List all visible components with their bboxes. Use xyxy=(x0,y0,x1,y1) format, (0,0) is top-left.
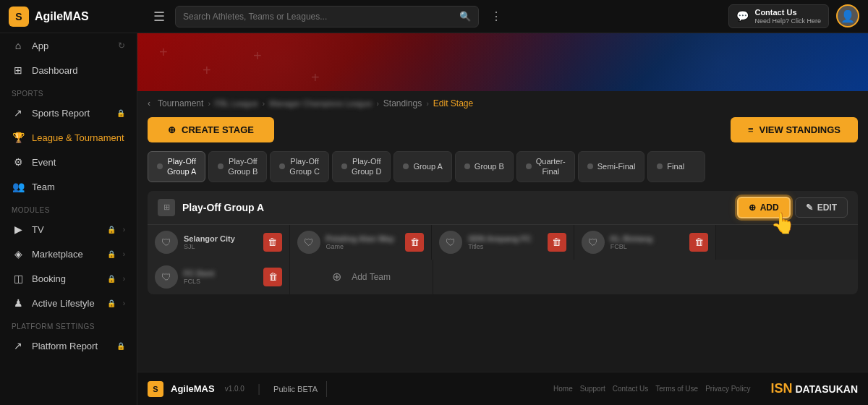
contact-button[interactable]: 💬 Contact Us Need Help? Click Here xyxy=(728,4,829,29)
add-team-icon: ⊕ xyxy=(332,270,341,284)
breadcrumb-tournament[interactable]: Tournament xyxy=(158,98,203,108)
tab-label: Play-OffGroup C xyxy=(289,156,320,177)
lock-icon: 🔒 xyxy=(116,109,125,117)
team-cell-1: 🛡 Selangor City SJL 🗑 xyxy=(148,225,289,260)
group-section-wrapper: ⊞ Play-Off Group A ⊕ ADD ✎ EDIT xyxy=(148,191,858,294)
group-section: ⊞ Play-Off Group A ⊕ ADD ✎ EDIT xyxy=(148,191,858,294)
contact-main: Contact Us xyxy=(754,8,821,17)
view-standings-label: VIEW STANDINGS xyxy=(760,124,841,135)
team-grid-row1: 🛡 Selangor City SJL 🗑 🛡 Petaling Alan xyxy=(148,225,858,260)
tab-playoff-group-c[interactable]: Play-OffGroup C xyxy=(270,151,329,182)
sidebar-item-app[interactable]: ⌂ App ↻ xyxy=(0,33,137,58)
team-name-5: FC Dent xyxy=(184,269,258,278)
team-avatar-4: 🛡 xyxy=(582,231,605,254)
footer-link-support[interactable]: Support xyxy=(580,385,605,393)
add-button[interactable]: ⊕ ADD xyxy=(737,197,791,218)
sidebar-item-team[interactable]: 👥 Team xyxy=(0,174,137,199)
footer-brand-datasukan: DATASUKAN xyxy=(795,383,858,395)
tab-label: Play-OffGroup A xyxy=(167,156,196,177)
breadcrumb-mcl[interactable]: Manager Champions League xyxy=(269,99,372,108)
view-standings-button[interactable]: ≡ VIEW STANDINGS xyxy=(731,117,858,142)
platform-icon: ↗ xyxy=(12,340,25,351)
sidebar-item-event[interactable]: ⚙ Event xyxy=(0,150,137,174)
sidebar-item-platform-report[interactable]: ↗ Platform Report 🔒 xyxy=(0,333,137,358)
arrow-icon-tv: › xyxy=(123,226,125,234)
avatar[interactable]: 👤 xyxy=(836,4,859,27)
delete-team-2[interactable]: 🗑 xyxy=(405,233,424,252)
team-name-4: KL Bintang xyxy=(610,234,684,243)
add-label: ADD xyxy=(760,202,779,213)
arrow-icon-marketplace: › xyxy=(123,250,125,258)
home-icon: ⌂ xyxy=(12,40,25,51)
lock-icon-booking: 🔒 xyxy=(107,275,116,283)
sidebar-label-platform: Platform Report xyxy=(32,341,109,351)
tab-playoff-group-d[interactable]: Play-OffGroup D xyxy=(332,151,391,182)
tab-playoff-group-a[interactable]: Play-OffGroup A xyxy=(148,151,205,182)
sidebar-item-tv[interactable]: ▶ TV 🔒 › xyxy=(0,217,137,242)
tab-dot xyxy=(279,163,285,169)
edit-button[interactable]: ✎ EDIT xyxy=(795,197,848,218)
breadcrumb-edit-stage[interactable]: Edit Stage xyxy=(433,98,473,108)
delete-team-5[interactable]: 🗑 xyxy=(263,268,282,286)
breadcrumb-back-icon[interactable]: ‹ xyxy=(148,98,150,108)
footer-pipe: | xyxy=(258,383,260,396)
sidebar-item-dashboard[interactable]: ⊞ Dashboard xyxy=(0,58,137,82)
marketplace-icon: ◈ xyxy=(12,248,25,260)
footer-link-home[interactable]: Home xyxy=(553,385,573,393)
search-input[interactable] xyxy=(183,12,454,22)
tab-playoff-group-b[interactable]: Play-OffGroup B xyxy=(208,151,267,182)
tab-group-b[interactable]: Group B xyxy=(455,151,514,182)
footer-link-privacy[interactable]: Privacy Policy xyxy=(705,385,750,393)
group-header: ⊞ Play-Off Group A ⊕ ADD ✎ EDIT xyxy=(148,191,858,225)
sidebar-item-booking[interactable]: ◫ Booking 🔒 › xyxy=(0,266,137,291)
create-stage-button[interactable]: ⊕ CREATE STAGE xyxy=(148,117,274,142)
tab-final[interactable]: Final xyxy=(647,151,705,182)
team-sub-5: FCLS xyxy=(184,278,258,285)
add-team-label: Add Team xyxy=(352,272,391,282)
breadcrumb-standings[interactable]: Standings xyxy=(383,98,422,108)
footer-logo: S AgileMAS v1.0.0 | Public BETA xyxy=(148,381,327,397)
hamburger-icon[interactable]: ☰ xyxy=(153,9,165,25)
lock-icon-marketplace: 🔒 xyxy=(107,250,116,258)
sidebar-item-league-tournament[interactable]: 🏆 League & Tournament xyxy=(0,125,137,150)
team-avatar-3: 🛡 xyxy=(439,231,462,254)
banner: + + + + xyxy=(137,33,868,91)
sidebar-item-active-lifestyle[interactable]: ♟ Active Lifestyle 🔒 › xyxy=(0,291,137,315)
footer-version: v1.0.0 xyxy=(225,385,244,393)
add-team-cell[interactable]: ⊕ Add Team xyxy=(290,260,432,294)
footer-brand-isn: ISN xyxy=(770,381,792,396)
footer-link-terms[interactable]: Terms of Use xyxy=(655,385,698,393)
team-cell-4: 🛡 KL Bintang FCBL 🗑 xyxy=(574,225,716,260)
footer-link-contact[interactable]: Contact Us xyxy=(613,385,648,393)
footer-beta-label: Public BETA xyxy=(273,385,318,393)
tab-dot xyxy=(526,163,532,169)
active-lifestyle-icon: ♟ xyxy=(12,297,25,309)
tab-group-a[interactable]: Group A xyxy=(393,151,451,182)
delete-team-4[interactable]: 🗑 xyxy=(689,233,708,252)
sidebar-label-league: League & Tournament xyxy=(32,132,125,143)
banner-deco1: + xyxy=(159,44,168,61)
delete-team-3[interactable]: 🗑 xyxy=(548,233,566,252)
tab-label: Play-OffGroup D xyxy=(352,156,382,177)
plus-icon: ⊕ xyxy=(168,124,176,135)
tab-quarter-final[interactable]: Quarter-Final xyxy=(516,151,575,182)
team-info-4: KL Bintang FCBL xyxy=(610,234,684,250)
search-icon[interactable]: 🔍 xyxy=(459,11,471,22)
sidebar-item-marketplace[interactable]: ◈ Marketplace 🔒 › xyxy=(0,242,137,266)
delete-team-1[interactable]: 🗑 xyxy=(263,233,282,252)
banner-deco3: + xyxy=(253,48,262,64)
sidebar-label-event: Event xyxy=(32,157,125,168)
create-stage-label: CREATE STAGE xyxy=(182,124,254,135)
event-icon: ⚙ xyxy=(12,156,25,168)
arrow-icon-booking: › xyxy=(123,275,125,283)
breadcrumb-fbl[interactable]: FBL League xyxy=(215,99,258,108)
sidebar-label-team: Team xyxy=(32,182,125,192)
sidebar-item-sports-report[interactable]: ↗ Sports Report 🔒 xyxy=(0,101,137,125)
tab-semi-final[interactable]: Semi-Final xyxy=(578,151,645,182)
team-name-3: SDN Ampang FC xyxy=(468,234,542,243)
more-options-icon[interactable]: ⋮ xyxy=(490,9,502,23)
tab-dot xyxy=(587,163,593,169)
contact-sub: Need Help? Click Here xyxy=(754,17,821,25)
action-row: ⊕ CREATE STAGE ≡ VIEW STANDINGS xyxy=(148,117,858,142)
sidebar-label-tv: TV xyxy=(32,224,100,235)
